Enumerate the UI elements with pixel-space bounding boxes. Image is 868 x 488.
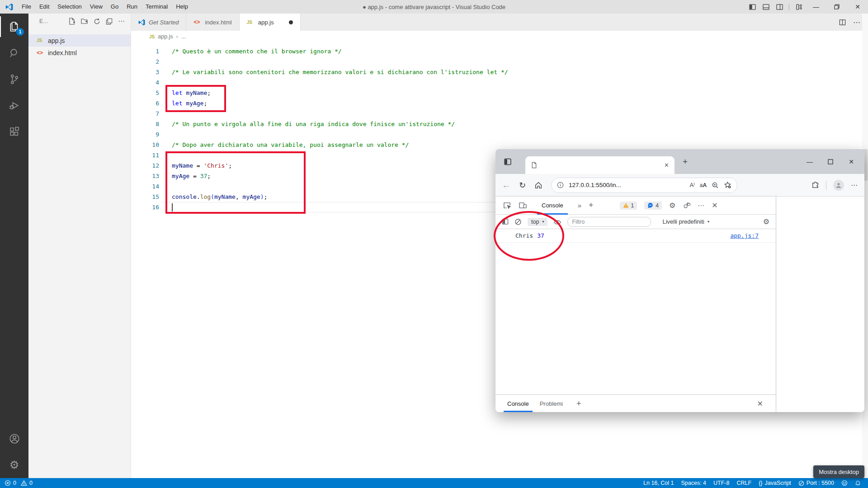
activity-account[interactable] [0,426,28,452]
log-levels-selector[interactable]: Livelli predefiniti ▾ [662,218,709,225]
activity-settings[interactable]: ⚙ [0,452,28,478]
vscode-titlebar: FileEditSelectionViewGoRunTerminalHelp ●… [0,0,868,14]
new-tab-icon[interactable]: + [683,157,688,167]
statusbar-notifications[interactable] [851,478,864,488]
statusbar-cursor-position[interactable]: Ln 16, Col 1 [640,478,677,488]
tab-index.html[interactable]: <>index.html [186,14,239,31]
tab-app.js[interactable]: JSapp.js [240,14,301,31]
code-line[interactable]: 4 [131,77,868,88]
new-folder-icon[interactable] [81,18,88,25]
code-line[interactable]: 2 [131,56,868,67]
split-editor-icon[interactable] [839,19,846,26]
filter-input[interactable] [567,217,651,227]
inspect-element-icon[interactable] [503,201,511,210]
edge-toolbar-icons: ⋯ [811,180,858,191]
site-info-icon[interactable] [557,182,564,188]
modified-dot-icon[interactable] [289,20,293,24]
menu-selection[interactable]: Selection [53,0,85,14]
file-item-index.html[interactable]: <>index.html [28,47,131,59]
console-settings-icon[interactable]: ⚙ [763,217,769,226]
new-file-icon[interactable] [68,18,75,25]
menu-go[interactable]: Go [107,0,123,14]
code-line[interactable]: 9 [131,129,868,140]
statusbar-live-server-port[interactable]: Port : 5500 [795,478,838,488]
tab-get-started[interactable]: Get Started [131,14,186,31]
editor-more-actions-icon[interactable]: ⋯ [853,18,861,27]
toggle-sidebar-icon[interactable] [745,0,759,14]
read-aloud-icon[interactable]: A) [689,182,694,188]
drawer-tab-problemi[interactable]: Problemi [534,395,568,412]
edge-close-button[interactable]: ✕ [841,149,862,174]
code-line[interactable]: 1/* Questo è un commento che il browser … [131,46,868,56]
statusbar-encoding[interactable]: UTF-8 [710,478,733,488]
minimize-button[interactable]: — [806,0,826,14]
code-line[interactable]: 3/* Le variabili sono contenitori che me… [131,67,868,77]
devtools-close-icon[interactable]: ✕ [712,201,717,210]
back-icon[interactable]: ← [502,180,510,190]
drawer-add-tab-icon[interactable]: + [576,399,581,408]
profile-avatar[interactable] [833,180,844,191]
browser-tab[interactable]: ✕ [525,156,675,174]
activity-run-debug[interactable] [0,92,28,118]
file-item-app.js[interactable]: JSapp.js [28,34,131,47]
activity-explorer[interactable]: 1 [0,14,28,40]
code-line[interactable]: 10/* Dopo aver dichiarato una variabile,… [131,140,868,150]
menu-terminal[interactable]: Terminal [142,0,172,14]
translate-icon[interactable]: aA [700,182,707,188]
zoom-in-icon[interactable] [712,182,719,189]
activity-extensions[interactable] [0,118,28,145]
restore-button[interactable] [826,0,847,14]
statusbar-language-mode[interactable]: {}JavaScript [755,478,795,488]
warnings-badge[interactable]: 1 [620,202,637,210]
tab-actions-icon[interactable] [502,156,514,168]
menu-edit[interactable]: Edit [35,0,53,14]
code-line[interactable]: 5let myName; [131,88,868,98]
devtools-settings-icon[interactable]: ⚙ [669,201,675,210]
menu-file[interactable]: File [18,0,35,14]
device-toolbar-icon[interactable] [519,201,527,210]
customize-layout-icon[interactable] [792,0,806,14]
favorites-star-icon[interactable] [724,181,731,189]
statusbar-indentation[interactable]: Spaces: 4 [677,478,710,488]
toggle-panel-icon[interactable] [759,0,773,14]
settings-more-icon[interactable]: ⋯ [851,181,858,189]
devtools-tab-console[interactable]: Console [534,197,571,215]
browser-essentials-icon[interactable] [811,181,819,189]
devtools-more-icon[interactable]: ⋯ [698,202,704,210]
statusbar-eol[interactable]: CRLF [733,478,755,488]
console-empty-area[interactable] [495,243,776,394]
menu-view[interactable]: View [86,0,107,14]
menu-help[interactable]: Help [172,0,192,14]
home-icon[interactable] [534,181,542,189]
refresh-page-icon[interactable]: ↻ [519,180,526,190]
line-number: 15 [131,193,159,200]
code-line[interactable]: 7 [131,108,868,119]
menu-run[interactable]: Run [123,0,142,14]
drawer-close-icon[interactable]: ✕ [757,399,769,408]
breadcrumb[interactable]: JS app.js › ... [131,31,868,42]
code-line[interactable]: 8/* Un punto e virgola alla fine di una … [131,119,868,129]
log-source-link[interactable]: app.js:7 [730,232,759,239]
more-tabs-icon[interactable]: » [578,202,581,209]
page-viewport[interactable] [776,197,864,412]
statusbar-feedback[interactable] [838,478,851,488]
edge-tabstrip: ✕ + — ✕ [495,149,864,174]
activity-search[interactable] [0,40,28,66]
problems-status[interactable]: 0 0 [0,480,33,486]
collapse-folders-icon[interactable] [106,18,113,25]
add-tab-icon[interactable]: + [589,201,594,210]
close-button[interactable]: ✕ [847,0,868,14]
drawer-tab-console[interactable]: Console [502,395,534,412]
activity-source-control[interactable] [0,66,28,92]
issues-badge[interactable]: 4 [644,202,662,210]
url-text[interactable]: 127.0.0.1:5500/in... [569,182,684,188]
address-bar[interactable]: 127.0.0.1:5500/in... A) aA [551,178,737,193]
edge-maximize-button[interactable] [820,149,841,174]
toggle-secondary-sidebar-icon[interactable] [773,0,786,14]
edge-minimize-button[interactable]: — [799,149,820,174]
tab-close-icon[interactable]: ✕ [664,162,669,169]
code-line[interactable]: 6let myAge; [131,98,868,108]
focus-mode-icon[interactable] [683,202,690,209]
more-actions-icon[interactable]: ⋯ [118,17,125,25]
refresh-icon[interactable] [94,18,100,25]
